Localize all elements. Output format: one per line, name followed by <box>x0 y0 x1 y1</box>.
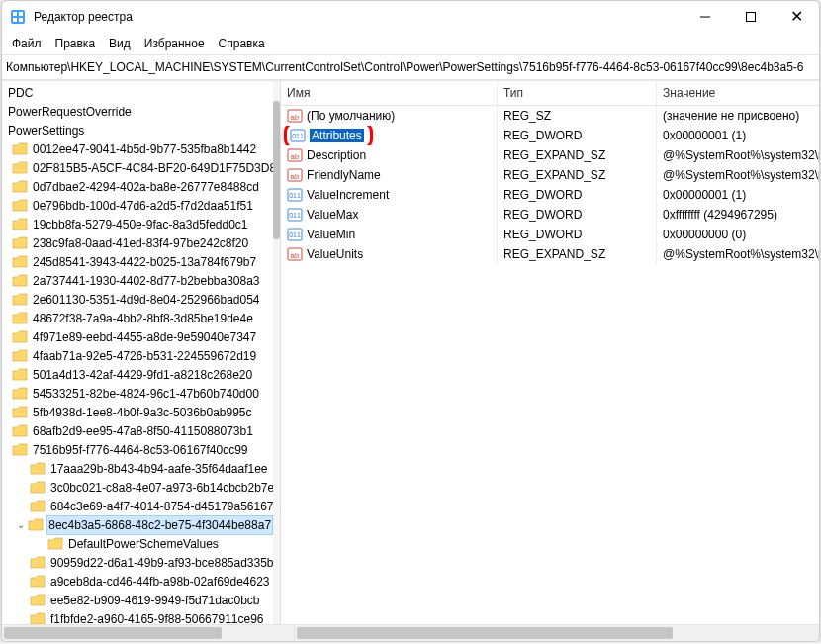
minimize-button[interactable] <box>683 1 728 33</box>
tree-item[interactable]: 4f971e89-eebd-4455-a8de-9e59040e7347 <box>2 327 273 346</box>
tree-item[interactable]: 54533251-82be-4824-96c1-47b60b740d00 <box>2 384 273 403</box>
tree-label: 8ec4b3a5-6868-48c2-be75-4f3044be88a7 <box>46 515 273 535</box>
tree-item[interactable]: 3c0bc021-c8a8-4e07-a973-6b14cbcb2b7e <box>2 478 273 497</box>
address-bar[interactable]: Компьютер\HKEY_LOCAL_MACHINE\SYSTEM\Curr… <box>2 54 819 80</box>
value-row[interactable]: 011ValueIncrementREG_DWORD0x00000001 (1) <box>281 185 819 205</box>
tree-item[interactable]: PowerSettings <box>2 121 273 139</box>
window-title: Редактор реестра <box>34 10 133 24</box>
horizontal-scrollbars <box>2 624 819 641</box>
svg-text:ab: ab <box>291 113 300 122</box>
svg-rect-4 <box>19 18 23 22</box>
list-hscroll[interactable] <box>295 625 819 641</box>
value-type: REG_DWORD <box>498 205 657 225</box>
tree-label: 238c9fa8-0aad-41ed-83f4-97be242c8f20 <box>31 233 248 253</box>
value-type: REG_EXPAND_SZ <box>498 244 657 264</box>
tree-label: 2e601130-5351-4d9d-8e04-252966bad054 <box>31 290 260 310</box>
menu-file[interactable]: Файл <box>12 37 42 50</box>
tree-item[interactable]: 684c3e69-a4f7-4014-8754-d45179a56167 <box>2 497 273 515</box>
svg-text:011: 011 <box>289 212 301 219</box>
tree-item[interactable]: 7516b95f-f776-4464-8c53-06167f40cc99 <box>2 440 273 459</box>
tree-item[interactable]: 245d8541-3943-4422-b025-13a784f679b7 <box>2 252 273 271</box>
col-name[interactable]: Имя <box>281 81 498 105</box>
string-value-icon: ab <box>287 108 303 124</box>
tree-item[interactable]: 19cbb8fa-5279-450e-9fac-8a3d5fedd0c1 <box>2 215 273 233</box>
tree-label: 7516b95f-f776-4464-8c53-06167f40cc99 <box>31 440 248 460</box>
value-data: 0x00000000 (0) <box>657 225 819 244</box>
tree-label: 17aaa29b-8b43-4b94-aafe-35f64daaf1ee <box>48 459 268 479</box>
tree-item[interactable]: 2a737441-1930-4402-8d77-b2bebba308a3 <box>2 271 273 290</box>
value-type: REG_DWORD <box>498 126 657 145</box>
value-row[interactable]: ab(По умолчанию)REG_SZ(значение не присв… <box>281 106 819 126</box>
tree-scrollbar[interactable] <box>273 81 280 624</box>
values-pane: Имя Тип Значение ab(По умолчанию)REG_SZ(… <box>281 81 819 624</box>
tree-item[interactable]: 0012ee47-9041-4b5d-9b77-535fba8b1442 <box>2 139 273 158</box>
menu-help[interactable]: Справка <box>219 37 265 50</box>
tree-item[interactable]: f1fbfde2-a960-4165-9f88-50667911ce96 <box>2 609 273 624</box>
value-name: ValueMax <box>307 208 358 222</box>
value-name: (По умолчанию) <box>307 109 395 123</box>
tree-item[interactable]: 238c9fa8-0aad-41ed-83f4-97be242c8f20 <box>2 233 273 252</box>
address-text: Компьютер\HKEY_LOCAL_MACHINE\SYSTEM\Curr… <box>6 60 804 74</box>
tree-item[interactable]: ee5e82-b909-4619-9949-f5d71dac0bcb <box>2 591 273 609</box>
tree-item[interactable]: 2e601130-5351-4d9d-8e04-252966bad054 <box>2 290 273 309</box>
tree-hscroll[interactable] <box>2 625 295 641</box>
tree-item[interactable]: 4faab71a-92e5-4726-b531-224559672d19 <box>2 346 273 365</box>
tree-label: ee5e82-b909-4619-9949-f5d71dac0bcb <box>48 591 260 610</box>
value-row[interactable]: abFriendlyNameREG_EXPAND_SZ@%SystemRoot%… <box>281 165 819 185</box>
tree-item[interactable]: ⌄8ec4b3a5-6868-48c2-be75-4f3044be88a7 <box>2 515 273 534</box>
value-name: FriendlyName <box>307 168 381 182</box>
value-name: Description <box>307 148 366 162</box>
binary-value-icon: 011 <box>287 227 303 242</box>
value-data: 0x00000001 (1) <box>657 185 819 205</box>
value-row[interactable]: 011AttributesREG_DWORD0x00000001 (1) <box>281 126 819 145</box>
tree-item[interactable]: 17aaa29b-8b43-4b94-aafe-35f64daaf1ee <box>2 459 273 478</box>
title-bar: Редактор реестра ✕ <box>2 1 819 33</box>
tree-item[interactable]: 5fb4938d-1ee8-4b0f-9a3c-5036b0ab995c <box>2 403 273 421</box>
values-header: Имя Тип Значение <box>281 81 819 106</box>
menu-edit[interactable]: Правка <box>55 37 96 50</box>
value-type: REG_DWORD <box>498 185 657 205</box>
value-name: ValueIncrement <box>307 188 389 202</box>
maximize-button[interactable] <box>728 1 774 33</box>
binary-value-icon: 011 <box>287 187 303 203</box>
value-row[interactable]: abValueUnitsREG_EXPAND_SZ@%SystemRoot%\s… <box>281 244 819 264</box>
tree-item[interactable]: 02F815B5-A5CF-4C84-BF20-649D1F75D3D8 <box>2 158 273 177</box>
tree-label: 68afb2d9-ee95-47a8-8f50-4115088073b1 <box>31 421 253 441</box>
highlighted-value[interactable]: 011Attributes <box>284 126 373 145</box>
values-list[interactable]: ab(По умолчанию)REG_SZ(значение не присв… <box>281 106 819 624</box>
menu-favorites[interactable]: Избранное <box>144 37 205 50</box>
value-row[interactable]: abDescriptionREG_EXPAND_SZ@%SystemRoot%\… <box>281 145 819 165</box>
tree-item[interactable]: PowerRequestOverride <box>2 102 273 121</box>
value-row[interactable]: 011ValueMaxREG_DWORD0xffffffff (42949672… <box>281 205 819 225</box>
tree-item[interactable]: 68afb2d9-ee95-47a8-8f50-4115088073b1 <box>2 421 273 440</box>
tree-scrollbar-thumb[interactable] <box>273 101 280 239</box>
tree-label: 4faab71a-92e5-4726-b531-224559672d19 <box>31 346 256 366</box>
window-controls: ✕ <box>683 1 819 33</box>
tree-item[interactable]: DefaultPowerSchemeValues <box>2 534 273 553</box>
tree-item[interactable]: a9ceb8da-cd46-44fb-a98b-02af69de4623 <box>2 572 273 591</box>
menu-view[interactable]: Вид <box>109 37 131 50</box>
tree-label: 0e796bdb-100d-47d6-a2d5-f7d2daa51f51 <box>31 196 253 216</box>
tree-item[interactable]: 90959d22-d6a1-49b9-af93-bce885ad335b <box>2 553 273 572</box>
tree-item[interactable]: PDC <box>2 83 273 102</box>
tree-item[interactable]: 0d7dbae2-4294-402a-ba8e-26777e8488cd <box>2 177 273 196</box>
tree-item[interactable]: 0e796bdb-100d-47d6-a2d5-f7d2daa51f51 <box>2 196 273 215</box>
tree-label: 2a737441-1930-4402-8d77-b2bebba308a3 <box>31 271 260 291</box>
value-type: REG_DWORD <box>498 225 657 244</box>
svg-rect-2 <box>19 12 23 16</box>
menu-bar: Файл Правка Вид Избранное Справка <box>2 33 819 54</box>
col-type[interactable]: Тип <box>498 81 657 105</box>
binary-value-icon: 011 <box>287 207 303 223</box>
tree-root[interactable]: PDCPowerRequestOverridePowerSettings0012… <box>2 81 273 624</box>
value-type: REG_SZ <box>498 106 657 126</box>
value-data: (значение не присвоено) <box>657 106 819 126</box>
close-button[interactable]: ✕ <box>774 1 819 33</box>
tree-item[interactable]: 48672f38-7a9a-4bb2-8bf8-3d85be19de4e <box>2 309 273 327</box>
tree-toggle-icon[interactable]: ⌄ <box>16 519 26 531</box>
tree-label: PowerSettings <box>6 121 84 140</box>
tree-item[interactable]: 501a4d13-42af-4429-9fd1-a8218c268e20 <box>2 365 273 384</box>
svg-text:011: 011 <box>292 133 304 139</box>
tree-label: 4f971e89-eebd-4455-a8de-9e59040e7347 <box>31 327 256 347</box>
col-value[interactable]: Значение <box>657 81 819 105</box>
value-row[interactable]: 011ValueMinREG_DWORD0x00000000 (0) <box>281 225 819 244</box>
